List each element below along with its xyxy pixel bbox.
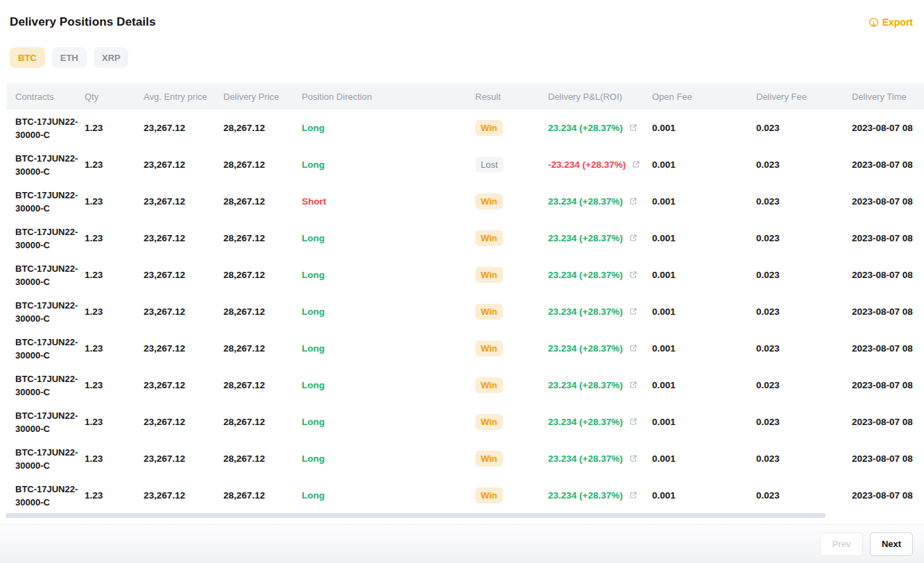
table-row: BTC-17JUN22-30000-C 1.23 23,267.12 28,26… bbox=[7, 477, 924, 514]
pnl-value: 23.234 (+28.37%) bbox=[548, 196, 623, 207]
external-link-icon[interactable] bbox=[632, 160, 640, 171]
delivery-price-cell: 28,267.12 bbox=[223, 183, 302, 220]
qty-cell: 1.23 bbox=[85, 257, 144, 293]
col-avg-entry-price: Avg. Entry price bbox=[144, 83, 223, 110]
external-link-icon[interactable] bbox=[629, 491, 638, 501]
position-direction-cell: Long bbox=[302, 220, 475, 257]
delivery-price-cell: 28,267.12 bbox=[223, 330, 302, 367]
table-row: BTC-17JUN22-30000-C 1.23 23,267.12 28,26… bbox=[7, 146, 924, 183]
delivery-price-cell: 28,267.12 bbox=[223, 220, 302, 257]
table-row: BTC-17JUN22-30000-C 1.23 23,267.12 28,26… bbox=[7, 330, 924, 367]
position-direction-cell: Long bbox=[302, 404, 475, 440]
col-position-direction: Position Direction bbox=[302, 83, 475, 110]
open-fee-cell: 0.001 bbox=[652, 404, 756, 440]
open-fee-cell: 0.001 bbox=[652, 146, 756, 183]
qty-cell: 1.23 bbox=[85, 293, 144, 330]
open-fee-cell: 0.001 bbox=[652, 293, 756, 330]
tab-eth[interactable]: ETH bbox=[52, 47, 87, 68]
delivery-fee-cell: 0.023 bbox=[756, 110, 852, 146]
next-button[interactable]: Next bbox=[870, 532, 913, 556]
direction-value: Long bbox=[302, 417, 325, 427]
table-row: BTC-17JUN22-30000-C 1.23 23,267.12 28,26… bbox=[7, 257, 924, 293]
direction-value: Long bbox=[302, 233, 325, 243]
page-title: Delivery Positions Details bbox=[10, 15, 155, 29]
delivery-time-cell: 2023-08-07 08 bbox=[852, 146, 924, 183]
delivery-time-cell: 2023-08-07 08 bbox=[852, 183, 924, 220]
result-badge: Win bbox=[475, 120, 503, 136]
contract-cell: BTC-17JUN22-30000-C bbox=[7, 440, 85, 477]
positions-table: Contracts Qty Avg. Entry price Delivery … bbox=[7, 83, 924, 514]
position-direction-cell: Long bbox=[302, 146, 475, 183]
direction-value: Long bbox=[302, 343, 325, 354]
avg-entry-price-cell: 23,267.12 bbox=[144, 293, 223, 330]
contract-cell: BTC-17JUN22-30000-C bbox=[7, 183, 85, 220]
table-row: BTC-17JUN22-30000-C 1.23 23,267.12 28,26… bbox=[7, 404, 924, 440]
qty-cell: 1.23 bbox=[85, 330, 144, 367]
external-link-icon[interactable] bbox=[629, 234, 638, 244]
delivery-time-cell: 2023-08-07 08 bbox=[852, 367, 924, 404]
result-badge: Lost bbox=[475, 157, 504, 173]
avg-entry-price-cell: 23,267.12 bbox=[144, 367, 223, 404]
pnl-value: 23.234 (+28.37%) bbox=[548, 417, 623, 427]
contract-cell: BTC-17JUN22-30000-C bbox=[7, 330, 85, 367]
external-link-icon[interactable] bbox=[629, 454, 638, 465]
delivery-pnl-cell: 23.234 (+28.37%) bbox=[548, 440, 652, 477]
external-link-icon[interactable] bbox=[629, 307, 638, 318]
direction-value: Long bbox=[302, 380, 325, 390]
external-link-icon[interactable] bbox=[629, 123, 638, 134]
pnl-value: 23.234 (+28.37%) bbox=[548, 270, 623, 280]
positions-table-wrap: Contracts Qty Avg. Entry price Delivery … bbox=[7, 83, 924, 514]
avg-entry-price-cell: 23,267.12 bbox=[144, 440, 223, 477]
delivery-fee-cell: 0.023 bbox=[756, 440, 852, 477]
delivery-time-cell: 2023-08-07 08 bbox=[852, 330, 924, 367]
open-fee-cell: 0.001 bbox=[652, 220, 756, 257]
pnl-value: 23.234 (+28.37%) bbox=[548, 306, 623, 317]
delivery-fee-cell: 0.023 bbox=[756, 477, 852, 514]
table-row: BTC-17JUN22-30000-C 1.23 23,267.12 28,26… bbox=[7, 110, 924, 146]
external-link-icon[interactable] bbox=[629, 417, 638, 428]
pnl-value: 23.234 (+28.37%) bbox=[548, 453, 623, 464]
contract-cell: BTC-17JUN22-30000-C bbox=[7, 404, 85, 440]
qty-cell: 1.23 bbox=[85, 220, 144, 257]
horizontal-scrollbar-thumb[interactable] bbox=[6, 513, 825, 518]
result-cell: Win bbox=[475, 220, 548, 257]
qty-cell: 1.23 bbox=[85, 440, 144, 477]
delivery-price-cell: 28,267.12 bbox=[223, 477, 302, 514]
qty-cell: 1.23 bbox=[85, 146, 144, 183]
export-button[interactable]: Export bbox=[869, 17, 913, 28]
delivery-fee-cell: 0.023 bbox=[756, 146, 852, 183]
avg-entry-price-cell: 23,267.12 bbox=[144, 257, 223, 293]
delivery-fee-cell: 0.023 bbox=[756, 183, 852, 220]
qty-cell: 1.23 bbox=[85, 183, 144, 220]
delivery-time-cell: 2023-08-07 08 bbox=[852, 257, 924, 293]
delivery-price-cell: 28,267.12 bbox=[223, 257, 302, 293]
contract-cell: BTC-17JUN22-30000-C bbox=[7, 477, 85, 514]
prev-button[interactable]: Prev bbox=[820, 532, 863, 556]
open-fee-cell: 0.001 bbox=[652, 440, 756, 477]
delivery-price-cell: 28,267.12 bbox=[223, 293, 302, 330]
external-link-icon[interactable] bbox=[629, 381, 638, 391]
contract-cell: BTC-17JUN22-30000-C bbox=[7, 110, 85, 146]
contract-cell: BTC-17JUN22-30000-C bbox=[7, 146, 85, 183]
delivery-time-cell: 2023-08-07 08 bbox=[852, 220, 924, 257]
direction-value: Long bbox=[302, 453, 325, 464]
external-link-icon[interactable] bbox=[629, 270, 638, 281]
external-link-icon[interactable] bbox=[629, 344, 638, 354]
qty-cell: 1.23 bbox=[85, 367, 144, 404]
delivery-price-cell: 28,267.12 bbox=[223, 440, 302, 477]
delivery-price-cell: 28,267.12 bbox=[223, 367, 302, 404]
result-badge: Win bbox=[475, 377, 503, 393]
direction-value: Long bbox=[302, 306, 325, 317]
col-contracts: Contracts bbox=[7, 83, 85, 110]
direction-value: Long bbox=[302, 490, 325, 501]
tab-xrp[interactable]: XRP bbox=[94, 47, 129, 68]
avg-entry-price-cell: 23,267.12 bbox=[144, 183, 223, 220]
open-fee-cell: 0.001 bbox=[652, 110, 756, 146]
tab-btc[interactable]: BTC bbox=[10, 47, 45, 68]
contract-cell: BTC-17JUN22-30000-C bbox=[7, 257, 85, 293]
pnl-value: 23.234 (+28.37%) bbox=[548, 343, 623, 354]
position-direction-cell: Short bbox=[302, 183, 475, 220]
export-icon bbox=[869, 17, 879, 28]
external-link-icon[interactable] bbox=[629, 197, 638, 207]
delivery-fee-cell: 0.023 bbox=[756, 257, 852, 293]
